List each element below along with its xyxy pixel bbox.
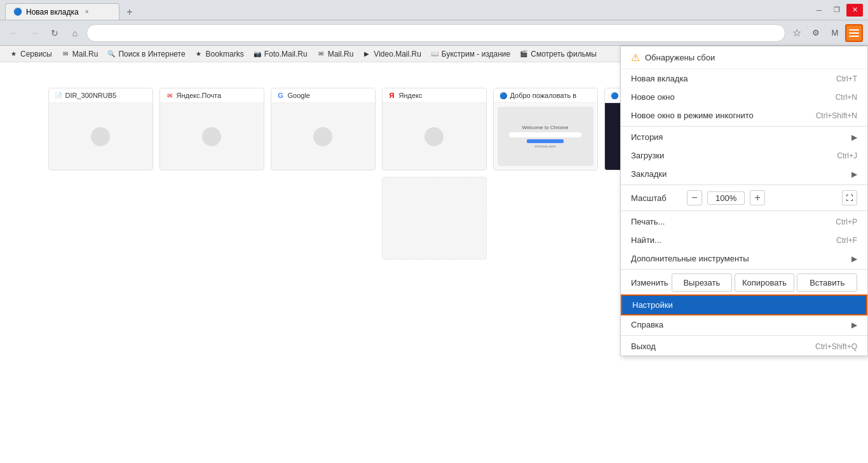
address-bar[interactable] bbox=[86, 24, 785, 42]
thumbnail-title: Добро пожаловать в bbox=[510, 92, 577, 99]
bookmark-icon: ▶ bbox=[362, 50, 371, 59]
menu-item-more-tools[interactable]: Дополнительные инструменты ▶ bbox=[621, 249, 867, 268]
thumbnail-body bbox=[160, 103, 264, 170]
menu-divider-1 bbox=[621, 126, 867, 127]
forward-button[interactable]: → bbox=[25, 24, 43, 42]
bookmark-label: Смотреть фильмы bbox=[531, 50, 597, 59]
menu-item-bookmarks[interactable]: Закладки ▶ bbox=[621, 165, 867, 183]
thumbnail-dir300[interactable]: 📄 DIR_300NRUB5 bbox=[48, 88, 153, 170]
menu-label-bookmarks: Закладки bbox=[631, 169, 667, 179]
menu-divider-3 bbox=[621, 211, 867, 211]
menu-shortcut-quit: Ctrl+Shift+Q bbox=[815, 342, 857, 351]
thumbnail-welcome[interactable]: 🔵 Добро пожаловать в Welcome to Chrome c… bbox=[493, 88, 598, 170]
bookmark-item-mailru[interactable]: ✉Mail.Ru bbox=[313, 48, 358, 60]
menu-paste-button[interactable]: Вставить bbox=[797, 273, 857, 292]
menu-cut-button[interactable]: Вырезать bbox=[672, 273, 732, 292]
bookmark-label: Mail.Ru bbox=[328, 50, 354, 59]
active-tab[interactable]: 🔵 Новая вкладка × bbox=[5, 3, 119, 20]
bookmark-label: Поиск в Интернете bbox=[118, 50, 185, 59]
zoom-fullscreen-button[interactable] bbox=[842, 190, 857, 205]
bookmark-icon: ✉ bbox=[61, 50, 70, 59]
thumbnail-yandex[interactable]: Я Яндекс bbox=[382, 88, 487, 170]
bookmark-star-button[interactable]: ☆ bbox=[788, 24, 806, 42]
menu-label-help: Справка bbox=[631, 320, 663, 329]
zoom-plus-button[interactable]: + bbox=[750, 190, 765, 205]
menu-label-more-tools: Дополнительные инструменты bbox=[631, 254, 749, 263]
menu-button[interactable] bbox=[845, 24, 863, 42]
restore-button[interactable]: ❐ bbox=[829, 4, 845, 17]
thumb-placeholder bbox=[202, 127, 221, 146]
menu-item-find[interactable]: Найти... Ctrl+F bbox=[621, 231, 867, 249]
back-button[interactable]: ← bbox=[5, 24, 23, 42]
menu-item-downloads[interactable]: Загрузки Ctrl+J bbox=[621, 146, 867, 165]
menu-item-settings[interactable]: Настройки bbox=[621, 294, 867, 315]
menu-item-print[interactable]: Печать... Ctrl+P bbox=[621, 212, 867, 231]
menu-arrow-history: ▶ bbox=[851, 133, 857, 142]
thumbnail-title: Яндекс.Почта bbox=[177, 92, 222, 99]
bookmark-item-[interactable]: 📖Букстрим - издание bbox=[426, 48, 514, 60]
menu-item-history[interactable]: История ▶ bbox=[621, 128, 867, 146]
menu-item-quit[interactable]: Выход Ctrl+Shift+Q bbox=[621, 337, 867, 356]
bookmark-label: Bookmarks bbox=[206, 50, 244, 59]
menu-divider-4 bbox=[621, 269, 867, 270]
profile-button[interactable]: M bbox=[826, 24, 844, 42]
favicon-yandex-mail: ✉ bbox=[165, 91, 174, 100]
menu-shortcut-new-tab: Ctrl+T bbox=[836, 74, 857, 83]
thumb-placeholder bbox=[91, 127, 110, 146]
menu-item-new-tab[interactable]: Новая вкладка Ctrl+T bbox=[621, 69, 867, 88]
menu-edit-label: Изменить bbox=[631, 278, 669, 287]
address-input[interactable] bbox=[93, 28, 778, 38]
bookmark-item-videomailru[interactable]: ▶Video.Mail.Ru bbox=[358, 48, 424, 60]
window-controls: ─ ❐ ✕ bbox=[811, 4, 863, 17]
bookmark-label: Video.Mail.Ru bbox=[374, 50, 421, 59]
bookmark-item-[interactable]: 🔍Поиск в Интернете bbox=[103, 48, 189, 60]
menu-line-2 bbox=[849, 32, 859, 34]
bookmark-item-bookmarks[interactable]: ★Bookmarks bbox=[191, 48, 248, 60]
bookmark-item-[interactable]: 🎬Смотреть фильмы bbox=[515, 48, 600, 60]
bookmark-item-mailru[interactable]: ✉Mail.Ru bbox=[57, 48, 102, 60]
extensions-button[interactable]: ⚙ bbox=[807, 24, 825, 42]
home-button[interactable]: ⌂ bbox=[66, 24, 84, 42]
menu-arrow-bookmarks: ▶ bbox=[851, 170, 857, 179]
toolbar: ← → ↻ ⌂ ☆ ⚙ M bbox=[0, 20, 868, 46]
menu-warning-item[interactable]: ⚠ Обнаружены сбои bbox=[621, 46, 867, 69]
dropdown-menu: ⚠ Обнаружены сбои Новая вкладка Ctrl+T Н… bbox=[620, 46, 868, 356]
thumbnail-header: G Google bbox=[271, 88, 375, 103]
new-tab-button[interactable]: + bbox=[122, 4, 137, 20]
thumbnail-title: Яндекс bbox=[399, 92, 423, 99]
bookmark-label: Mail.Ru bbox=[72, 50, 98, 59]
title-bar: 🔵 Новая вкладка × + ─ ❐ ✕ bbox=[0, 0, 868, 20]
bookmark-item-[interactable]: ★Сервисы bbox=[5, 48, 56, 60]
minimize-button[interactable]: ─ bbox=[811, 4, 827, 17]
close-button[interactable]: ✕ bbox=[846, 4, 863, 17]
menu-line-3 bbox=[849, 36, 859, 37]
bookmark-icon: 📷 bbox=[253, 50, 262, 59]
menu-warning-text: Обнаружены сбои bbox=[645, 53, 715, 62]
menu-item-help[interactable]: Справка ▶ bbox=[621, 315, 867, 334]
bookmark-item-fotomailru[interactable]: 📷Foto.Mail.Ru bbox=[249, 48, 311, 60]
menu-label-downloads: Загрузки bbox=[631, 151, 664, 160]
thumbnail-body: Welcome to Chrome chrome.com bbox=[494, 103, 597, 170]
reload-button[interactable]: ↻ bbox=[46, 24, 64, 42]
thumb-placeholder bbox=[424, 127, 444, 146]
toolbar-right: ☆ ⚙ M bbox=[788, 24, 863, 42]
thumbnail-yandex-mail[interactable]: ✉ Яндекс.Почта bbox=[159, 88, 264, 170]
tab-close-button[interactable]: × bbox=[83, 8, 92, 17]
thumbnail-empty2[interactable] bbox=[382, 177, 487, 259]
menu-copy-button[interactable]: Копировать bbox=[735, 273, 795, 292]
menu-item-incognito[interactable]: Новое окно в режиме инкогнито Ctrl+Shift… bbox=[621, 106, 867, 125]
menu-item-new-window[interactable]: Новое окно Ctrl+N bbox=[621, 88, 867, 106]
thumbnail-google[interactable]: G Google bbox=[271, 88, 376, 170]
thumbnail-title: Google bbox=[288, 92, 310, 99]
favicon-google: G bbox=[276, 91, 285, 100]
zoom-minus-button[interactable]: − bbox=[687, 190, 702, 205]
menu-shortcut-print: Ctrl+P bbox=[836, 218, 857, 226]
menu-label-print: Печать... bbox=[631, 217, 665, 226]
bookmark-icon: ★ bbox=[9, 50, 18, 59]
menu-label-find: Найти... bbox=[631, 235, 661, 245]
menu-line-1 bbox=[849, 29, 859, 31]
menu-zoom-row: Масштаб − 100% + bbox=[621, 186, 867, 209]
tab-area: 🔵 Новая вкладка × + bbox=[5, 0, 137, 20]
menu-label-history: История bbox=[631, 132, 663, 142]
menu-divider-5 bbox=[621, 335, 867, 336]
